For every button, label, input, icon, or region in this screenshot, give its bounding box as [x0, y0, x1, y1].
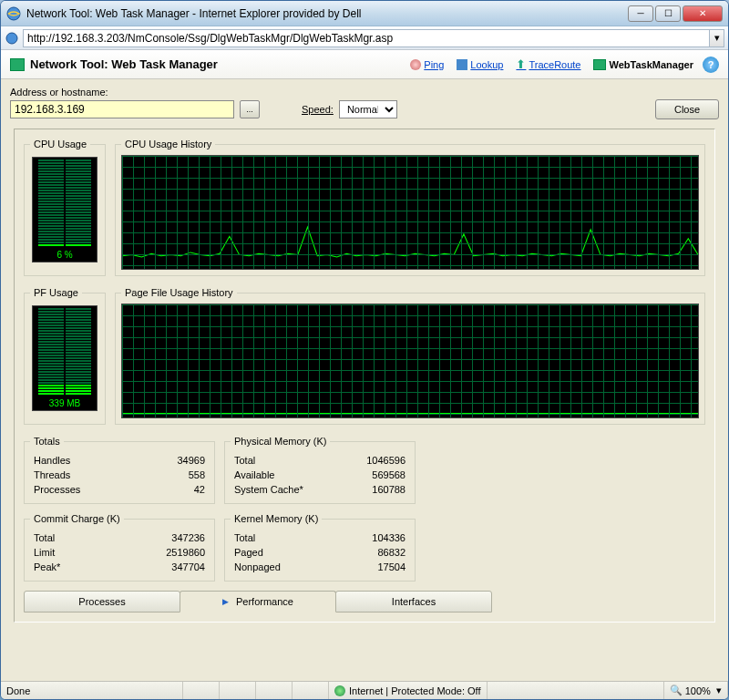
commit-total-label: Total [32, 531, 104, 544]
cpu-row: CPU Usage 6 % CPU Usage History [24, 139, 705, 276]
kernel-title: Kernel Memory (K) [231, 513, 322, 524]
cpu-history-title: CPU Usage History [121, 139, 215, 149]
hostname-input[interactable] [10, 100, 234, 118]
browse-button[interactable]: ... [240, 100, 260, 118]
maximize-button[interactable]: ☐ [655, 5, 681, 22]
processes-label: Processes [32, 483, 139, 496]
lookup-link[interactable]: Lookup [457, 59, 503, 70]
cpu-value: 6 % [56, 250, 72, 260]
wtm-icon [593, 59, 606, 70]
commit-limit-value: 2519860 [106, 546, 207, 559]
commit-title: Commit Charge (K) [30, 513, 124, 524]
commit-box: Commit Charge (K) Total347236 Limit25198… [24, 513, 215, 582]
input-row: Address or hostname: ... Speed: Normal C… [1, 79, 728, 123]
close-button[interactable]: Close [655, 99, 719, 119]
commit-peak-value: 347704 [106, 561, 207, 573]
tab-performance[interactable]: ▶Performance [180, 591, 336, 612]
physmem-avail-value: 569568 [344, 468, 407, 481]
speed-label: Speed: [302, 104, 334, 115]
physmem-cache-value: 160788 [344, 483, 407, 496]
physmem-title: Physical Memory (K) [231, 436, 330, 447]
kernel-paged-label: Paged [232, 546, 332, 559]
commit-peak-label: Peak* [32, 561, 104, 573]
app-toolbar: Network Tool: Web Task Manager Ping Look… [1, 50, 728, 79]
kernel-total-label: Total [232, 531, 332, 544]
kernel-box: Kernel Memory (K) Total104336 Paged86832… [224, 513, 416, 582]
window-controls: ─ ☐ ✕ [628, 5, 723, 22]
cpu-meter: 6 % [32, 157, 98, 262]
svg-point-1 [6, 33, 17, 44]
tabs: Processes ▶Performance Interfaces [24, 591, 705, 612]
titlebar-text: Network Tool: Web Task Manager - Interne… [26, 7, 628, 20]
lookup-icon [457, 59, 467, 70]
physmem-total-value: 1046596 [344, 454, 407, 467]
status-bar: Done Internet | Protected Mode: Off 🔍 10… [1, 681, 728, 699]
browser-content: Network Tool: Web Task Manager Ping Look… [1, 50, 728, 681]
internet-zone-icon [334, 685, 345, 696]
pf-row: PF Usage 339 MB Page File Usage History [24, 287, 705, 425]
cpu-meter-title: CPU Usage [30, 139, 90, 149]
toolbar-links: Ping Lookup ⬆TraceRoute WebTaskManager [410, 57, 693, 71]
zoom-icon: 🔍 [670, 685, 683, 696]
active-tab-icon: ▶ [222, 597, 229, 606]
physmem-box: Physical Memory (K) Total1046596 Availab… [224, 436, 416, 504]
stats-row-1: Totals Handles34969 Threads558 Processes… [24, 436, 705, 504]
cpu-history-graph [121, 155, 699, 270]
pf-value: 339 MB [49, 398, 80, 408]
pf-meter-title: PF Usage [30, 287, 82, 298]
url-field[interactable]: http://192.168.3.203/NmConsole/Ssg/DlgWe… [23, 29, 710, 47]
minimize-button[interactable]: ─ [628, 5, 653, 22]
processes-value: 42 [140, 483, 207, 496]
commit-limit-label: Limit [32, 546, 104, 559]
physmem-avail-label: Available [232, 468, 342, 481]
handles-label: Handles [32, 454, 139, 467]
threads-label: Threads [32, 468, 139, 481]
app-title: Network Tool: Web Task Manager [10, 57, 410, 71]
traceroute-link[interactable]: ⬆TraceRoute [516, 57, 580, 71]
kernel-nonpaged-value: 17504 [334, 561, 407, 573]
pf-history-box: Page File Usage History [115, 287, 705, 425]
ie-icon [6, 6, 21, 21]
pf-history-title: Page File Usage History [121, 287, 237, 298]
tab-processes[interactable]: Processes [24, 591, 180, 612]
totals-title: Totals [30, 436, 64, 447]
tab-interfaces[interactable]: Interfaces [335, 591, 492, 612]
stats-row-2: Commit Charge (K) Total347236 Limit25198… [24, 513, 705, 582]
kernel-paged-value: 86832 [334, 546, 407, 559]
physmem-cache-label: System Cache* [232, 483, 342, 496]
kernel-nonpaged-label: Nonpaged [232, 561, 332, 573]
kernel-total-value: 104336 [334, 531, 407, 544]
status-zone: Internet | Protected Mode: Off [329, 682, 488, 699]
address-bar: http://192.168.3.203/NmConsole/Ssg/DlgWe… [1, 26, 728, 50]
url-dropdown[interactable]: ▾ [710, 29, 724, 47]
threads-value: 558 [140, 468, 207, 481]
ping-icon [410, 59, 421, 70]
status-done: Done [1, 682, 183, 699]
pf-meter: 339 MB [32, 305, 98, 411]
app-window: Network Tool: Web Task Manager - Interne… [0, 0, 729, 700]
address-label: Address or hostname: [10, 87, 719, 98]
cpu-history-box: CPU Usage History [115, 139, 705, 276]
zoom-control[interactable]: 🔍 100% ▾ [664, 682, 728, 699]
titlebar[interactable]: Network Tool: Web Task Manager - Interne… [1, 1, 728, 26]
main-panel: Address or hostname: ... Speed: Normal C… [1, 79, 728, 681]
performance-section: CPU Usage 6 % CPU Usage History [14, 129, 715, 623]
ping-link[interactable]: Ping [410, 59, 444, 70]
commit-total-value: 347236 [106, 531, 207, 544]
pf-meter-box: PF Usage 339 MB [24, 287, 106, 425]
physmem-total-label: Total [232, 454, 342, 467]
totals-box: Totals Handles34969 Threads558 Processes… [24, 436, 215, 504]
speed-select[interactable]: Normal [339, 100, 397, 118]
pf-trace-line [122, 413, 698, 414]
handles-value: 34969 [140, 454, 207, 467]
app-icon [10, 58, 25, 71]
window-close-button[interactable]: ✕ [683, 5, 723, 22]
help-button[interactable]: ? [703, 57, 719, 73]
page-icon [5, 31, 19, 46]
cpu-meter-box: CPU Usage 6 % [24, 139, 106, 276]
traceroute-icon: ⬆ [516, 57, 526, 71]
webtaskmanager-link[interactable]: WebTaskManager [593, 59, 693, 70]
pf-history-graph [121, 304, 699, 418]
